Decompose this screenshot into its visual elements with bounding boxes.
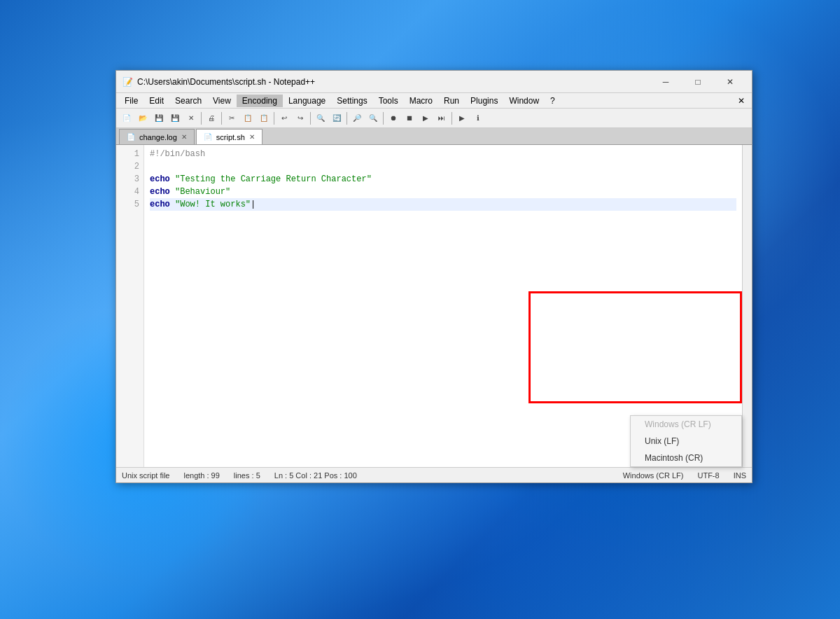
menu-help[interactable]: ?	[545, 95, 561, 107]
menu-edit[interactable]: Edit	[144, 95, 169, 107]
app-icon: 📝	[122, 76, 133, 88]
status-insert-mode: INS	[734, 471, 746, 480]
toolbar-close[interactable]: ✕	[183, 111, 199, 126]
ctx-item-mac-cr[interactable]: Macintosh (CR)	[631, 450, 741, 466]
tab-scriptsh[interactable]: 📄 script.sh ✕	[196, 129, 262, 144]
toolbar-macro-stop[interactable]: ⏹	[402, 111, 417, 126]
title-bar: 📝 C:\Users\akin\Documents\script.sh - No…	[116, 71, 752, 93]
line-num-1: 1	[116, 148, 139, 160]
menu-plugins[interactable]: Plugins	[465, 95, 503, 107]
line-num-3: 3	[116, 173, 139, 186]
toolbar-macro-rec[interactable]: ⏺	[386, 111, 401, 126]
toolbar-print[interactable]: 🖨	[204, 111, 219, 126]
code-line-4: echo "Behaviour"	[150, 186, 736, 198]
code-line-5: echo "Wow! It works"|	[150, 198, 736, 211]
toolbar-sep-3	[274, 112, 274, 125]
window-controls: ─ □ ✕	[650, 71, 746, 93]
status-length: length : 99	[183, 471, 219, 480]
tab-changelog-icon: 📄	[127, 133, 135, 141]
toolbar-save[interactable]: 💾	[151, 111, 167, 126]
window-title: C:\Users\akin\Documents\script.sh - Note…	[137, 77, 650, 87]
line-numbers: 1 2 3 4 5	[116, 145, 144, 467]
toolbar-sep-7	[451, 112, 452, 125]
tab-changelog[interactable]: 📄 change.log ✕	[119, 129, 195, 144]
toolbar-copy[interactable]: 📋	[240, 111, 255, 126]
toolbar-replace[interactable]: 🔄	[329, 111, 344, 126]
line-num-2: 2	[116, 160, 139, 173]
status-line-ending[interactable]: Windows (CR LF)	[623, 471, 684, 480]
toolbar-about[interactable]: ℹ	[470, 111, 486, 126]
code-line-2	[150, 160, 736, 173]
menu-macro[interactable]: Macro	[404, 95, 438, 107]
menu-file[interactable]: File	[119, 95, 144, 107]
status-right-group: Windows (CR LF) UTF-8 INS	[623, 471, 746, 480]
tab-scriptsh-label: script.sh	[216, 133, 245, 141]
code-line-1: #!/bin/bash	[150, 148, 736, 160]
maximize-button[interactable]: □	[682, 71, 714, 93]
toolbar-sep-5	[346, 112, 347, 125]
toolbar-find[interactable]: 🔍	[313, 111, 328, 126]
tab-bar: 📄 change.log ✕ 📄 script.sh ✕	[116, 128, 752, 145]
tab-scriptsh-icon: 📄	[204, 133, 212, 141]
menu-encoding[interactable]: Encoding	[237, 95, 283, 107]
status-lines: lines : 5	[234, 471, 260, 480]
vertical-scrollbar[interactable]	[742, 145, 752, 467]
tab-changelog-close[interactable]: ✕	[181, 133, 187, 141]
context-menu-line-ending: Windows (CR LF) Unix (LF) Macintosh (CR)	[630, 415, 742, 467]
status-position: Ln : 5 Col : 21 Pos : 100	[274, 471, 357, 480]
toolbar-new[interactable]: 📄	[119, 111, 134, 126]
toolbar-zoom-out[interactable]: 🔍	[365, 111, 381, 126]
status-bar: Unix script file length : 99 lines : 5 L…	[116, 467, 752, 482]
toolbar-open[interactable]: 📂	[135, 111, 150, 126]
toolbar-zoom-in[interactable]: 🔎	[349, 111, 365, 126]
status-encoding: UTF-8	[697, 471, 719, 480]
tab-changelog-label: change.log	[139, 133, 177, 141]
toolbar-sep-4	[310, 112, 311, 125]
toolbar-sep-1	[201, 112, 202, 125]
menu-run[interactable]: Run	[438, 95, 465, 107]
status-file-type: Unix script file	[122, 471, 169, 480]
toolbar-save-all[interactable]: 💾	[167, 111, 183, 126]
toolbar-redo[interactable]: ↪	[293, 111, 308, 126]
code-line-3: echo "Testing the Carriage Return Charac…	[150, 173, 736, 186]
menu-close-button[interactable]: ✕	[734, 95, 749, 107]
tab-scriptsh-close[interactable]: ✕	[249, 133, 255, 141]
toolbar-paste[interactable]: 📋	[256, 111, 272, 126]
notepad-window: 📝 C:\Users\akin\Documents\script.sh - No…	[115, 70, 752, 483]
toolbar-undo[interactable]: ↩	[276, 111, 292, 126]
menu-view[interactable]: View	[207, 95, 237, 107]
line-num-5: 5	[116, 198, 139, 211]
toolbar-run-prog[interactable]: ▶	[454, 111, 470, 126]
minimize-button[interactable]: ─	[650, 71, 682, 93]
toolbar: 📄 📂 💾 💾 ✕ 🖨 ✂ 📋 📋 ↩ ↪ 🔍 🔄 🔎 🔍 ⏺ ⏹ ▶ ⏭ ▶ …	[116, 109, 752, 128]
toolbar-macro-play[interactable]: ▶	[418, 111, 433, 126]
menu-bar: File Edit Search View Encoding Language …	[116, 93, 752, 109]
menu-search[interactable]: Search	[169, 95, 207, 107]
toolbar-sep-2	[221, 112, 222, 125]
toolbar-cut[interactable]: ✂	[224, 111, 239, 126]
menu-settings[interactable]: Settings	[331, 95, 372, 107]
close-button[interactable]: ✕	[714, 71, 746, 93]
menu-window[interactable]: Window	[503, 95, 545, 107]
ctx-item-windows-crlf[interactable]: Windows (CR LF)	[631, 416, 741, 433]
menu-tools[interactable]: Tools	[373, 95, 404, 107]
line-num-4: 4	[116, 186, 139, 198]
toolbar-macro-run[interactable]: ⏭	[434, 111, 449, 126]
ctx-item-unix-lf[interactable]: Unix (LF)	[631, 433, 741, 450]
menu-language[interactable]: Language	[283, 95, 331, 107]
toolbar-sep-6	[383, 112, 384, 125]
